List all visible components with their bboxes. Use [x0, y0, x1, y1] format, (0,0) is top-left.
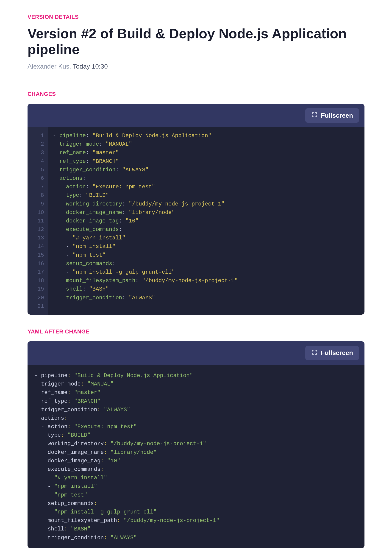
code-content[interactable]: - pipeline: "Build & Deploy Node.js Appl…	[28, 365, 364, 548]
changes-panel: Fullscreen 12345678910111213141516171819…	[28, 104, 364, 315]
eyebrow-version-details: VERSION DETAILS	[28, 14, 364, 20]
fullscreen-icon	[311, 349, 318, 357]
line-number-gutter: 123456789101112131415161718192021	[28, 127, 48, 315]
fullscreen-label: Fullscreen	[321, 349, 353, 357]
section-label-changes: CHANGES	[28, 91, 364, 97]
yaml-after-panel-header: Fullscreen	[28, 341, 364, 365]
author-timestamp: Alexander Kus, Today 10:30	[28, 63, 364, 70]
section-label-yaml-after: YAML AFTER CHANGE	[28, 329, 364, 335]
changes-code-body: 123456789101112131415161718192021 - pipe…	[28, 127, 364, 315]
page-title: Version #2 of Build & Deploy Node.js App…	[28, 26, 364, 57]
fullscreen-icon	[311, 111, 318, 119]
yaml-after-panel: Fullscreen - pipeline: "Build & Deploy N…	[28, 341, 364, 548]
code-content[interactable]: - pipeline: "Build & Deploy Node.js Appl…	[48, 127, 364, 315]
author-name: Alexander Kus	[28, 63, 69, 70]
timestamp: Today 10:30	[73, 63, 108, 70]
fullscreen-label: Fullscreen	[321, 112, 353, 119]
fullscreen-button[interactable]: Fullscreen	[305, 346, 359, 360]
yaml-after-code-body: - pipeline: "Build & Deploy Node.js Appl…	[28, 365, 364, 548]
fullscreen-button[interactable]: Fullscreen	[305, 108, 359, 123]
changes-panel-header: Fullscreen	[28, 104, 364, 127]
